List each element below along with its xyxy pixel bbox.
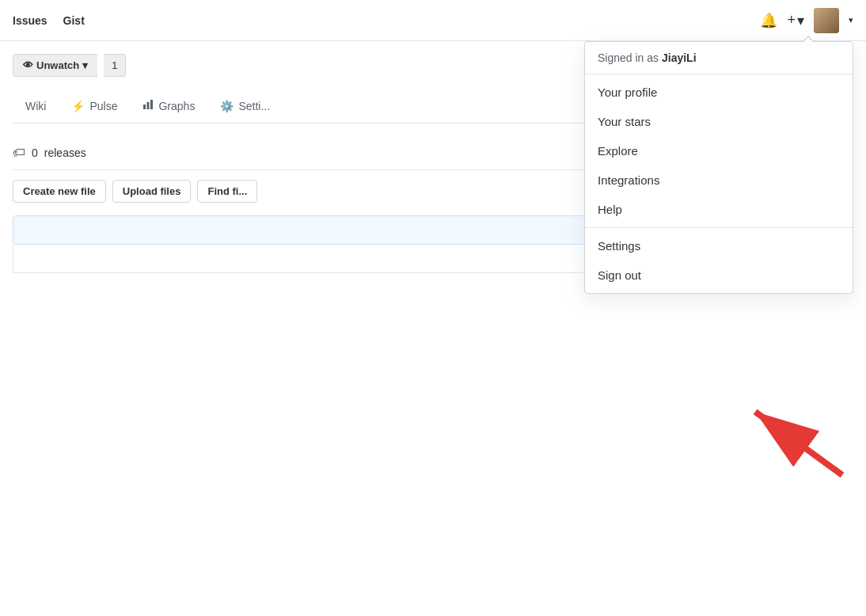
dropdown-top-section: Your profile Your stars Explore Integrat…	[585, 74, 853, 227]
eye-icon: 👁	[23, 59, 33, 71]
dropdown-username: JiayiLi	[662, 51, 697, 64]
tag-icon: 🏷	[13, 146, 25, 160]
find-file-button[interactable]: Find fi...	[197, 180, 257, 203]
watch-count[interactable]: 1	[104, 54, 126, 77]
dropdown-sign-out[interactable]: Sign out	[585, 260, 853, 290]
dropdown-help[interactable]: Help	[585, 195, 853, 224]
tab-wiki[interactable]: Wiki	[13, 90, 59, 124]
unwatch-caret-icon: ▾	[82, 59, 88, 71]
annotation-arrow	[676, 388, 850, 483]
pulse-icon: ⚡	[71, 100, 85, 112]
plus-caret-icon: ▾	[797, 12, 804, 29]
avatar	[814, 8, 839, 33]
nav-gist[interactable]: Gist	[63, 14, 85, 27]
svg-rect-2	[150, 100, 153, 109]
settings-icon: ⚙️	[220, 100, 234, 112]
dropdown-explore[interactable]: Explore	[585, 136, 853, 165]
tab-pulse[interactable]: ⚡ Pulse	[59, 90, 130, 124]
dropdown-integrations[interactable]: Integrations	[585, 165, 853, 195]
releases-label: releases	[44, 146, 86, 159]
nav-issues[interactable]: Issues	[13, 14, 47, 27]
nav-left: Issues Gist	[13, 14, 85, 27]
upload-files-button[interactable]: Upload files	[112, 180, 192, 203]
notifications-button[interactable]: 🔔	[760, 12, 777, 29]
releases-count: 0	[32, 146, 38, 159]
avatar-button[interactable]	[814, 8, 839, 33]
avatar-caret-icon: ▾	[849, 15, 853, 25]
graphs-icon	[142, 99, 154, 112]
tab-graphs[interactable]: Graphs	[130, 89, 207, 124]
tab-settings[interactable]: ⚙️ Setti...	[207, 90, 283, 124]
create-new-file-button[interactable]: Create new file	[13, 180, 106, 203]
tab-pulse-label: Pulse	[89, 100, 117, 112]
tab-graphs-label: Graphs	[158, 100, 195, 112]
dropdown-your-profile[interactable]: Your profile	[585, 78, 853, 107]
dropdown-arrow	[802, 36, 815, 42]
unwatch-label: Unwatch	[36, 59, 79, 71]
svg-rect-0	[143, 105, 146, 109]
svg-line-4	[755, 412, 842, 475]
nav-right: 🔔 + ▾ ▾	[760, 8, 853, 33]
new-item-button[interactable]: + ▾	[787, 12, 804, 29]
dropdown-settings[interactable]: Settings	[585, 231, 853, 260]
tab-settings-label: Setti...	[238, 100, 270, 112]
svg-rect-1	[147, 102, 150, 109]
signed-in-prefix: Signed in as	[598, 51, 662, 64]
top-navbar: Issues Gist 🔔 + ▾ ▾	[0, 0, 866, 41]
bell-icon: 🔔	[760, 12, 777, 29]
unwatch-button[interactable]: 👁 Unwatch ▾	[13, 54, 97, 77]
dropdown-bottom-section: Settings Sign out	[585, 228, 853, 293]
plus-icon: +	[787, 12, 796, 29]
dropdown-your-stars[interactable]: Your stars	[585, 107, 853, 136]
dropdown-signed-in-header: Signed in as JiayiLi	[585, 42, 853, 74]
user-dropdown-menu: Signed in as JiayiLi Your profile Your s…	[584, 41, 853, 294]
tab-wiki-label: Wiki	[25, 100, 46, 112]
